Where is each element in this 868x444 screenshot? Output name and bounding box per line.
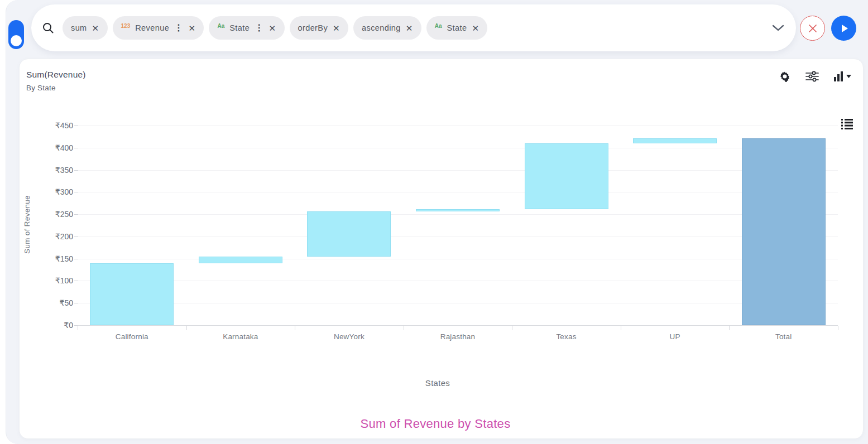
chip-label: ascending (362, 23, 401, 32)
query-chip[interactable]: Aa State ✕ (426, 16, 488, 40)
chevron-down-icon[interactable] (770, 20, 786, 36)
chip-label: State (447, 23, 467, 32)
y-gridline (78, 303, 838, 303)
x-category-label: Rajasthan (404, 332, 512, 341)
query-chip[interactable]: Aa State ⋮ ✕ (209, 16, 284, 40)
bar-newyork[interactable] (307, 211, 391, 257)
y-axis-tick (74, 303, 78, 303)
y-gridline (78, 237, 838, 237)
chip-label: State (229, 23, 250, 32)
y-gridline (78, 281, 838, 281)
y-tick-label: ₹250 (31, 210, 73, 219)
kebab-menu-icon[interactable]: ⋮ (255, 23, 263, 32)
chip-remove-icon[interactable]: ✕ (269, 24, 276, 32)
y-axis-tick (74, 148, 78, 148)
y-gridline (78, 126, 838, 126)
y-axis-tick (74, 170, 78, 171)
x-axis-tick (621, 326, 621, 330)
bar-karnataka[interactable] (199, 257, 282, 263)
chip-remove-icon[interactable]: ✕ (333, 24, 340, 32)
y-axis-title: Sum of Revenue (23, 191, 31, 258)
y-gridline (78, 148, 838, 148)
query-chips-row: sum ✕ 123 Revenue ⋮ ✕ Aa State ⋮ ✕ order… (63, 16, 487, 40)
app-logo[interactable] (8, 20, 24, 49)
query-chip[interactable]: ascending ✕ (353, 16, 421, 40)
x-axis-tick (512, 326, 512, 330)
bar-texas[interactable] (525, 143, 608, 209)
x-axis-tick (838, 326, 838, 330)
x-axis-title: States (382, 378, 493, 388)
chip-type-badge: Aa (435, 23, 442, 29)
y-gridline (78, 192, 838, 192)
query-chip[interactable]: 123 Revenue ⋮ ✕ (113, 16, 204, 40)
x-category-label: California (78, 332, 186, 341)
y-gridline (78, 259, 838, 259)
x-category-label: Karnataka (186, 332, 295, 341)
y-tick-label: ₹50 (31, 298, 73, 307)
y-gridline (78, 170, 838, 171)
x-axis-line (78, 325, 838, 326)
x-circle-icon (808, 23, 818, 33)
cancel-query-button[interactable] (800, 16, 825, 41)
search-icon (41, 21, 55, 35)
kebab-menu-icon[interactable]: ⋮ (174, 23, 183, 32)
chip-label: sum (71, 23, 87, 32)
x-axis-tick (78, 326, 78, 330)
query-chip[interactable]: orderBy ✕ (290, 16, 349, 40)
x-category-label: Texas (512, 332, 621, 341)
bar-rajasthan[interactable] (416, 209, 500, 211)
y-axis-tick (74, 281, 78, 281)
bar-up[interactable] (633, 138, 717, 143)
y-axis-tick (74, 126, 78, 126)
bar-total[interactable] (742, 138, 826, 325)
y-tick-label: ₹350 (31, 166, 73, 175)
y-axis-tick (74, 259, 78, 259)
y-tick-label: ₹0 (31, 321, 73, 330)
chart-card: Sum(Revenue) By State (19, 59, 864, 439)
x-axis-tick (186, 326, 187, 330)
main-panel: sum ✕ 123 Revenue ⋮ ✕ Aa State ⋮ ✕ order… (6, 0, 868, 444)
y-tick-label: ₹200 (31, 232, 73, 241)
x-axis-tick (295, 326, 295, 330)
y-tick-label: ₹300 (31, 187, 73, 196)
run-query-button[interactable] (831, 16, 856, 41)
query-search-bar[interactable]: sum ✕ 123 Revenue ⋮ ✕ Aa State ⋮ ✕ order… (31, 4, 796, 51)
y-axis-tick (74, 192, 78, 192)
y-tick-label: ₹100 (31, 276, 73, 285)
chart-main-title: Sum of Revenue by States (268, 417, 603, 431)
x-category-label: Total (729, 332, 838, 341)
y-tick-label: ₹150 (31, 254, 73, 263)
chip-remove-icon[interactable]: ✕ (406, 24, 413, 32)
chip-label: orderBy (298, 23, 328, 32)
chip-remove-icon[interactable]: ✕ (92, 24, 99, 32)
y-axis-tick (74, 214, 78, 215)
chip-remove-icon[interactable]: ✕ (189, 24, 196, 32)
x-category-label: UP (621, 332, 730, 341)
y-tick-label: ₹450 (31, 121, 73, 130)
y-tick-label: ₹400 (31, 143, 73, 152)
y-gridline (78, 214, 838, 215)
x-category-label: NewYork (295, 332, 404, 341)
x-axis-tick (729, 326, 730, 330)
app-logo-dot (11, 35, 22, 46)
bar-california[interactable] (90, 263, 174, 325)
x-axis-tick (404, 326, 404, 330)
chip-remove-icon[interactable]: ✕ (472, 24, 479, 32)
chip-type-badge: 123 (121, 23, 131, 29)
chip-label: Revenue (135, 23, 169, 32)
query-chip[interactable]: sum ✕ (63, 16, 108, 40)
play-icon (839, 23, 849, 33)
y-axis-tick (74, 237, 78, 237)
chip-type-badge: Aa (217, 23, 224, 29)
